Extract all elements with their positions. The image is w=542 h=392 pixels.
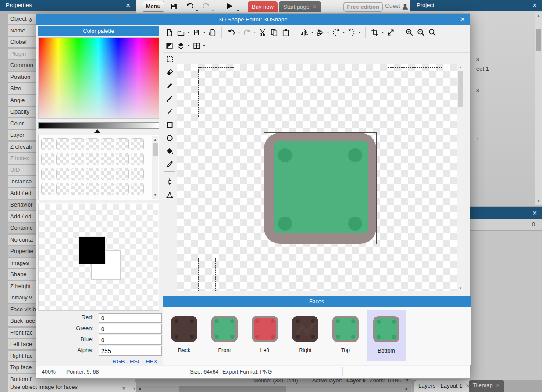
project-scrollbar[interactable]: ▲ ▼	[535, 12, 542, 205]
slider-marker-icon[interactable]	[94, 129, 100, 133]
close-icon[interactable]: ✕	[460, 15, 465, 23]
link-rgb[interactable]: RGB	[112, 358, 125, 365]
undo-icon[interactable]	[185, 2, 194, 11]
tab-tilemap[interactable]: Tilemap✕	[469, 380, 504, 392]
color-swatch[interactable]	[131, 138, 144, 150]
chevron-down-icon[interactable]	[187, 32, 190, 33]
chevron-down-icon[interactable]	[327, 32, 329, 33]
chevron-down-icon[interactable]	[342, 32, 345, 33]
green-field[interactable]	[99, 324, 162, 334]
foreground-color-swatch[interactable]	[78, 236, 106, 264]
buy-now-button[interactable]: Buy now	[248, 1, 278, 12]
chevron-down-icon[interactable]	[187, 45, 190, 46]
alpha-field[interactable]	[99, 346, 162, 356]
link-hsl[interactable]: HSL	[130, 358, 141, 365]
color-swatch[interactable]	[41, 138, 54, 150]
scroll-down-icon[interactable]: ▼	[152, 192, 158, 198]
undo-icon[interactable]	[226, 27, 236, 38]
chevron-down-icon[interactable]	[237, 5, 239, 13]
rotate-cw-icon[interactable]	[347, 27, 357, 38]
new-file-icon[interactable]	[164, 27, 174, 38]
onion-skin-icon[interactable]	[176, 40, 185, 51]
color-swatch[interactable]	[56, 168, 69, 180]
image-canvas[interactable]: ▲ ▼	[177, 64, 464, 291]
chevron-down-icon[interactable]	[311, 32, 314, 33]
color-swatch[interactable]	[86, 138, 99, 150]
color-swatch[interactable]	[41, 183, 54, 195]
zoom-in-icon[interactable]	[405, 27, 414, 38]
face-thumbnail-top[interactable]: Top	[326, 310, 365, 361]
eyedropper-icon[interactable]	[165, 160, 174, 169]
chevron-down-icon[interactable]	[203, 32, 206, 33]
redo-icon[interactable]	[202, 2, 210, 11]
chevron-down-icon[interactable]	[238, 32, 240, 33]
crop-icon[interactable]	[370, 27, 380, 38]
rotate-ccw-icon[interactable]	[331, 27, 341, 38]
resize-icon[interactable]	[386, 27, 396, 38]
chevron-down-icon[interactable]	[382, 32, 384, 33]
origin-icon[interactable]	[165, 178, 174, 186]
scroll-left-icon[interactable]: ◄	[138, 386, 142, 392]
color-swatch[interactable]	[131, 153, 144, 165]
scroll-up-icon[interactable]: ▲	[535, 13, 542, 18]
red-field[interactable]	[99, 313, 162, 323]
face-image[interactable]	[264, 132, 377, 244]
color-swatch[interactable]	[131, 183, 144, 195]
rectangle-select-icon[interactable]	[165, 55, 174, 64]
scroll-right-icon[interactable]: ►	[405, 386, 409, 392]
tab-layers-layout[interactable]: Layers - Layout 1✕	[414, 380, 474, 392]
color-swatch[interactable]	[131, 168, 144, 180]
export-image-icon[interactable]	[207, 27, 217, 38]
face-thumbnail-front[interactable]: Front	[205, 310, 244, 361]
save-icon[interactable]	[192, 27, 201, 38]
color-swatch[interactable]	[71, 153, 84, 165]
tab-start-page[interactable]: Start page✕	[279, 1, 321, 12]
redo-icon[interactable]	[242, 27, 252, 38]
dialog-titlebar[interactable]: 3D Shape Editor: 3DShape ✕	[36, 14, 470, 25]
close-icon[interactable]: ✕	[496, 382, 500, 388]
save-icon[interactable]	[169, 2, 178, 11]
color-swatch[interactable]	[116, 153, 129, 165]
pencil-icon[interactable]	[165, 81, 174, 90]
color-swatch[interactable]	[86, 168, 99, 180]
value-slider[interactable]	[38, 122, 159, 129]
canvas-scrollbar[interactable]: ▲ ▼	[457, 64, 464, 291]
zoom-reset-icon[interactable]	[428, 27, 437, 38]
color-swatch[interactable]	[71, 168, 84, 180]
brush-icon[interactable]	[165, 94, 174, 103]
color-swatch[interactable]	[101, 153, 114, 165]
zoom-out-icon[interactable]	[416, 27, 426, 38]
chevron-down-icon[interactable]	[196, 5, 198, 13]
play-icon[interactable]	[227, 3, 232, 9]
color-swatch[interactable]	[116, 168, 129, 180]
color-gradient-picker[interactable]	[38, 37, 159, 119]
link-hex[interactable]: HEX	[146, 358, 157, 365]
property-value-dropdown[interactable]: Use object image for faces ▼ ▼	[8, 382, 138, 392]
tree-item-fragment[interactable]: s	[476, 56, 479, 62]
fill-icon[interactable]	[165, 147, 174, 156]
tree-item-fragment[interactable]: s	[476, 87, 479, 93]
chevron-down-icon[interactable]: ▼	[121, 384, 127, 392]
copy-icon[interactable]	[269, 27, 279, 38]
paste-icon[interactable]	[281, 27, 290, 38]
scroll-up-icon[interactable]: ▲	[457, 65, 464, 69]
chevron-down-icon[interactable]	[253, 32, 256, 33]
color-swatch[interactable]	[86, 183, 99, 195]
chevron-down-icon[interactable]	[212, 5, 214, 13]
chevron-down-icon[interactable]	[203, 45, 206, 46]
color-swatch[interactable]	[116, 183, 129, 195]
flip-vertical-icon[interactable]	[315, 27, 325, 38]
scroll-down-icon[interactable]: ▼	[535, 199, 542, 204]
color-swatch[interactable]	[116, 138, 129, 150]
ellipse-icon[interactable]	[165, 134, 174, 143]
swatch-scrollbar[interactable]: ▲ ▼	[152, 136, 158, 199]
close-icon[interactable]: ✕	[312, 4, 317, 10]
tree-item-fragment[interactable]: eet 1	[476, 65, 489, 72]
flip-horizontal-icon[interactable]	[300, 27, 309, 38]
color-swatch[interactable]	[56, 153, 69, 165]
face-thumbnail-left[interactable]: Left	[245, 310, 285, 361]
open-folder-icon[interactable]	[176, 27, 185, 38]
color-swatch[interactable]	[71, 138, 84, 150]
scroll-up-icon[interactable]: ▲	[152, 137, 158, 143]
cut-icon[interactable]	[258, 27, 267, 38]
